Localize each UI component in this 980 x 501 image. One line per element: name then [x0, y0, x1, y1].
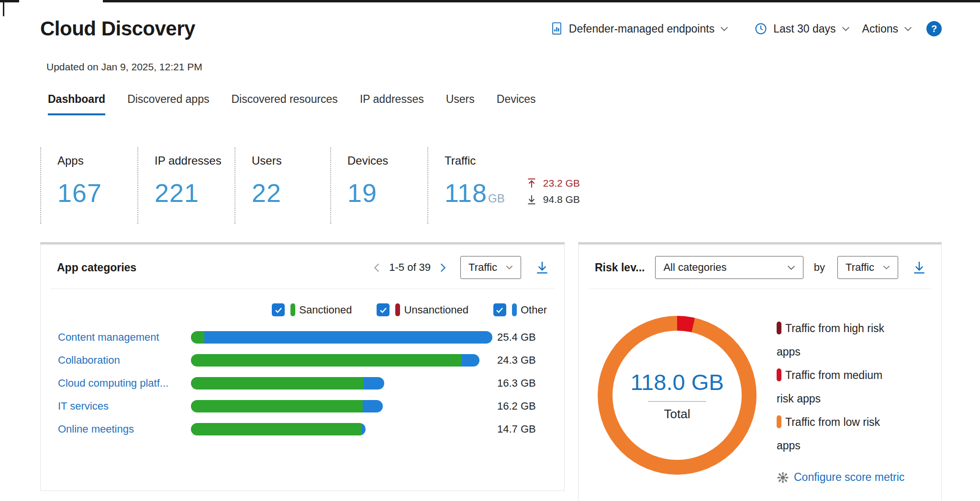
- page-title: Cloud Discovery: [40, 17, 195, 40]
- other-checkbox[interactable]: [493, 303, 506, 316]
- donut-center: 118.0 GB Total: [612, 331, 742, 460]
- tab-discovered-apps[interactable]: Discovered apps: [127, 93, 209, 115]
- uploaded-traffic: 23.2 GB: [526, 178, 580, 189]
- risk-levels-card: Risk lev... All categories by Traffic: [578, 242, 942, 501]
- category-link[interactable]: Content management: [58, 331, 191, 344]
- donut-center-divider: [648, 401, 706, 402]
- category-value: 16.3 GB: [492, 377, 536, 390]
- previous-page-button[interactable]: [372, 261, 381, 274]
- donut-total-value: 118.0 GB: [630, 369, 724, 395]
- stat-traffic: Traffic 118 GB 23.2 GB 94.8 GB: [427, 147, 580, 224]
- medium-risk-color-swatch: [777, 368, 781, 381]
- risk-legend: Traffic from high risk apps Traffic from…: [777, 317, 888, 457]
- chevron-down-icon: [720, 26, 728, 32]
- category-row-it-services: IT services 16.2 GB: [41, 395, 564, 418]
- other-color-swatch: [512, 303, 517, 316]
- category-bar: [191, 354, 492, 367]
- header-controls: Defender-managed endpoints Last 30 days …: [547, 20, 942, 38]
- category-value: 16.2 GB: [492, 400, 536, 412]
- category-row-cloud-computing: Cloud computing platf... 16.3 GB: [41, 372, 564, 395]
- category-row-collaboration: Collaboration 24.3 GB: [41, 349, 564, 372]
- time-range-label: Last 30 days: [773, 22, 835, 35]
- category-bar: [191, 331, 492, 344]
- export-button[interactable]: [912, 260, 927, 275]
- category-value: 25.4 GB: [492, 331, 536, 344]
- stat-ip-addresses: IP addresses 221: [137, 147, 234, 224]
- tab-devices[interactable]: Devices: [497, 93, 536, 115]
- report-selector-label: Defender-managed endpoints: [569, 22, 714, 35]
- category-value: 14.7 GB: [492, 423, 536, 435]
- category-legend: Sanctioned Unsanctioned Other: [41, 289, 564, 320]
- tab-dashboard[interactable]: Dashboard: [48, 93, 105, 115]
- time-range-dropdown[interactable]: Last 30 days: [751, 20, 852, 37]
- traffic-total: 118: [445, 178, 487, 208]
- last-updated-text: Updated on Jan 9, 2025, 12:21 PM: [46, 61, 980, 73]
- window-left-edge: [3, 0, 4, 16]
- configure-score-metric-link[interactable]: Configure score metric: [794, 471, 904, 484]
- summary-stats: Apps 167 IP addresses 221 Users 22 Devic…: [40, 147, 980, 224]
- legend-unsanctioned[interactable]: Unsanctioned: [377, 303, 468, 316]
- window-top-edge-notch: [19, 0, 103, 2]
- risk-sort-by-select[interactable]: Traffic: [837, 256, 898, 279]
- category-bar: [191, 400, 492, 412]
- upload-icon: [526, 178, 537, 189]
- sanctioned-checkbox[interactable]: [272, 303, 285, 316]
- category-link[interactable]: IT services: [58, 400, 191, 412]
- report-selector-dropdown[interactable]: Defender-managed endpoints: [547, 20, 731, 38]
- low-risk-color-swatch: [777, 415, 781, 428]
- category-value: 24.3 GB: [492, 354, 536, 367]
- tab-users[interactable]: Users: [446, 93, 475, 115]
- by-label: by: [814, 261, 825, 274]
- chevron-down-icon: [506, 265, 513, 270]
- unsanctioned-checkbox[interactable]: [377, 303, 390, 316]
- actions-dropdown[interactable]: Actions: [859, 21, 915, 37]
- page-range-label: 1-5 of 39: [389, 261, 431, 274]
- tab-bar: Dashboard Discovered apps Discovered res…: [48, 93, 980, 116]
- sort-by-select[interactable]: Traffic: [460, 256, 521, 279]
- category-bar: [191, 377, 492, 390]
- category-link[interactable]: Online meetings: [58, 423, 191, 435]
- help-button[interactable]: ?: [926, 21, 942, 36]
- pagination: 1-5 of 39: [372, 261, 448, 274]
- legend-low-risk: Traffic from low risk apps: [777, 411, 888, 457]
- high-risk-color-swatch: [777, 322, 781, 334]
- legend-other[interactable]: Other: [493, 303, 547, 316]
- stat-devices: Devices 19: [330, 147, 427, 224]
- actions-label: Actions: [862, 22, 898, 35]
- sanctioned-color-swatch: [290, 303, 295, 316]
- category-row-content-management: Content management 25.4 GB: [41, 326, 564, 349]
- tab-discovered-resources[interactable]: Discovered resources: [231, 93, 337, 115]
- category-link[interactable]: Cloud computing platf...: [58, 377, 191, 390]
- page-header: Cloud Discovery Defender-managed endpoin…: [0, 0, 980, 40]
- chevron-down-icon: [842, 26, 850, 32]
- window-top-edge: [0, 0, 980, 2]
- tab-ip-addresses[interactable]: IP addresses: [360, 93, 424, 115]
- export-button[interactable]: [535, 260, 550, 275]
- unsanctioned-color-swatch: [395, 303, 400, 316]
- donut-total-label: Total: [664, 407, 690, 422]
- chevron-down-icon: [883, 265, 890, 270]
- legend-high-risk: Traffic from high risk apps: [777, 317, 888, 364]
- gear-icon: [777, 471, 789, 484]
- stat-apps: Apps 167: [40, 147, 137, 224]
- chevron-down-icon: [904, 26, 912, 32]
- download-arrow-icon: [526, 194, 537, 205]
- category-bar: [191, 423, 492, 435]
- category-row-online-meetings: Online meetings 14.7 GB: [41, 418, 564, 441]
- app-categories-title: App categories: [57, 261, 136, 274]
- legend-sanctioned[interactable]: Sanctioned: [272, 303, 352, 316]
- risk-levels-title: Risk lev...: [595, 261, 645, 274]
- stat-users: Users 22: [234, 147, 330, 224]
- category-filter-select[interactable]: All categories: [655, 256, 803, 279]
- downloaded-traffic: 94.8 GB: [526, 194, 580, 205]
- app-categories-chart: Content management 25.4 GB Collaboration…: [41, 320, 564, 441]
- report-icon: [550, 22, 563, 36]
- clock-icon: [754, 22, 768, 35]
- category-link[interactable]: Collaboration: [58, 354, 191, 367]
- next-page-button[interactable]: [438, 261, 448, 274]
- legend-medium-risk: Traffic from medium risk apps: [777, 364, 888, 411]
- traffic-unit: GB: [487, 192, 505, 208]
- chevron-down-icon: [787, 265, 795, 270]
- app-categories-card: App categories 1-5 of 39 Traffic: [40, 242, 565, 491]
